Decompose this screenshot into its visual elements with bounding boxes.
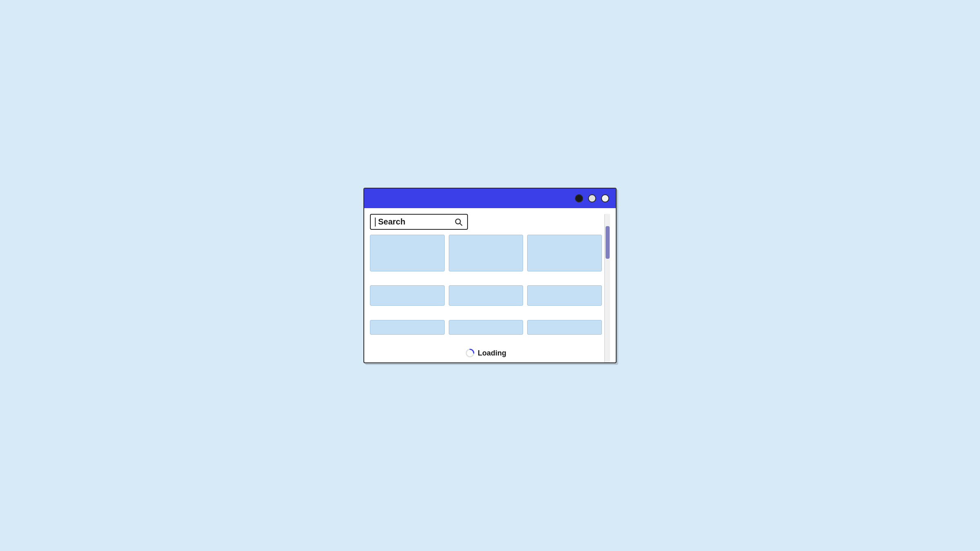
- card-medium-1: [370, 285, 445, 306]
- maximize-button[interactable]: [601, 194, 609, 202]
- scrollbar-track[interactable]: [604, 214, 610, 362]
- cards-grid: [370, 235, 602, 344]
- card-short-1: [370, 320, 445, 335]
- text-cursor: [375, 218, 376, 227]
- search-label: Search: [378, 217, 454, 227]
- search-bar-container: Search: [370, 214, 602, 230]
- card-medium-3: [527, 285, 602, 306]
- spinner-icon: [466, 349, 474, 358]
- browser-titlebar: [364, 189, 616, 208]
- close-button[interactable]: [575, 194, 583, 202]
- card-short-2: [449, 320, 523, 335]
- loading-text: Loading: [478, 349, 506, 358]
- svg-line-1: [460, 223, 462, 225]
- main-area: Search: [370, 214, 602, 362]
- search-icon: [454, 218, 463, 227]
- loading-footer: Loading: [370, 344, 602, 362]
- card-tall-2: [449, 235, 523, 271]
- browser-window: Search: [363, 188, 617, 363]
- card-tall-3: [527, 235, 602, 271]
- card-medium-2: [449, 285, 523, 306]
- scrollbar-thumb[interactable]: [606, 226, 610, 259]
- card-short-3: [527, 320, 602, 335]
- search-bar[interactable]: Search: [370, 214, 468, 230]
- card-tall-1: [370, 235, 445, 271]
- minimize-button[interactable]: [588, 194, 596, 202]
- browser-content: Search: [364, 208, 616, 362]
